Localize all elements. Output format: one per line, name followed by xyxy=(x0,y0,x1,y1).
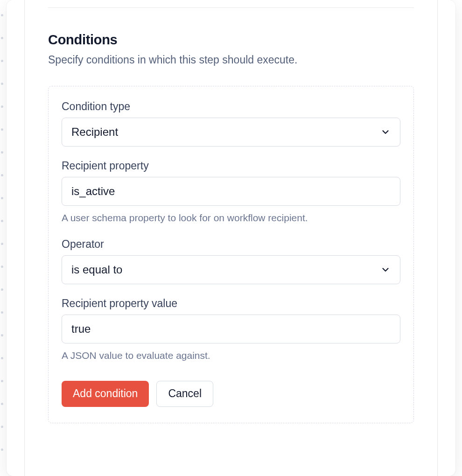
field-recipient-property: Recipient property is_active A user sche… xyxy=(62,160,400,224)
add-condition-button[interactable]: Add condition xyxy=(62,381,149,407)
field-condition-type: Condition type Recipient xyxy=(62,100,400,147)
button-row: Add condition Cancel xyxy=(62,381,400,407)
operator-value: is equal to xyxy=(71,263,122,276)
cancel-button[interactable]: Cancel xyxy=(156,381,213,407)
condition-form: Condition type Recipient Recipient prope… xyxy=(48,86,414,423)
recipient-property-value-label: Recipient property value xyxy=(62,297,400,310)
field-operator: Operator is equal to xyxy=(62,238,400,284)
chevron-down-icon xyxy=(380,265,391,275)
panel: Conditions Specify conditions in which t… xyxy=(24,0,438,476)
divider xyxy=(48,7,414,8)
chevron-down-icon xyxy=(380,127,391,137)
condition-type-value: Recipient xyxy=(71,126,118,139)
condition-type-label: Condition type xyxy=(62,100,400,113)
section-subtitle: Specify conditions in which this step sh… xyxy=(48,52,414,67)
recipient-property-label: Recipient property xyxy=(62,160,400,172)
operator-label: Operator xyxy=(62,238,400,251)
recipient-property-value-help: A JSON value to evaluate against. xyxy=(62,349,400,362)
condition-type-select[interactable]: Recipient xyxy=(62,118,400,147)
recipient-property-input[interactable]: is_active xyxy=(62,177,400,206)
card: Conditions Specify conditions in which t… xyxy=(7,0,455,476)
recipient-property-value: is_active xyxy=(71,185,115,198)
operator-select[interactable]: is equal to xyxy=(62,255,400,284)
dotted-gutter xyxy=(1,0,6,476)
recipient-property-value-input[interactable]: true xyxy=(62,315,400,343)
recipient-property-help: A user schema property to look for on wo… xyxy=(62,211,400,224)
section-title: Conditions xyxy=(48,32,414,48)
field-recipient-property-value: Recipient property value true A JSON val… xyxy=(62,297,400,362)
recipient-property-value-text: true xyxy=(71,322,91,336)
